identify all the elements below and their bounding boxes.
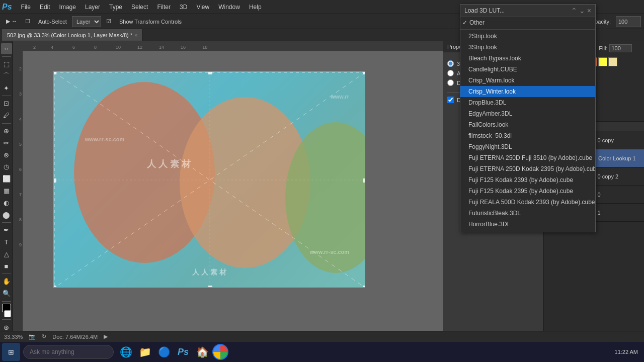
menu-help[interactable]: Help <box>245 2 266 12</box>
tool-divider-2 <box>2 96 11 96</box>
play-btn[interactable]: ▶ <box>104 333 108 340</box>
dropdown-item-fuji4[interactable]: Fuji F125 Kodak 2395 (by Adobe).cube <box>460 186 595 197</box>
shape-tool[interactable]: ■ <box>1 260 12 272</box>
dropdown-item-fuji5[interactable]: Fuji REALA 500D Kodak 2393 (by Adobe).cu… <box>460 197 595 208</box>
menu-edit[interactable]: Edit <box>36 2 54 12</box>
eraser-tool[interactable]: ⬜ <box>1 173 12 185</box>
taskbar-search[interactable] <box>23 345 114 359</box>
history-tool[interactable]: ◷ <box>1 161 12 172</box>
radio-abstract-input[interactable] <box>447 70 454 76</box>
pen-tool[interactable]: ✒ <box>1 225 12 236</box>
menu-image[interactable]: Image <box>55 2 80 12</box>
menu-type[interactable]: Type <box>105 2 126 12</box>
crop-tool[interactable]: ⊡ <box>1 98 12 109</box>
transform-checkbox[interactable]: ☑ <box>103 17 114 26</box>
document-tab-close[interactable]: × <box>134 32 137 38</box>
dropdown-item-futuristicbleak[interactable]: FuturisticBleak.3DL <box>460 208 595 219</box>
background-color[interactable] <box>4 310 11 317</box>
zoom-level: 33.33% <box>4 334 23 340</box>
svg-rect-10 <box>363 72 365 74</box>
dropdown-item-crispwinter[interactable]: Crisp_Winter.look <box>460 86 595 97</box>
dropdown-item-foggynight[interactable]: FoggyNight.3DL <box>460 141 595 152</box>
wand-tool[interactable]: ✦ <box>1 82 12 94</box>
dropdown-item-fuji1[interactable]: Fuji ETERNA 250D Fuji 3510 (by Adobe).cu… <box>460 152 595 163</box>
dropdown-item-kodak1[interactable]: Kodak 5205 Fuji 3510 (by Adobe).cube <box>460 230 595 232</box>
auto-select-checkbox[interactable]: ☐ <box>22 17 33 26</box>
svg-rect-16 <box>363 178 365 183</box>
layer-select[interactable]: Layer <box>72 16 101 27</box>
menu-3d[interactable]: 3D <box>176 2 191 12</box>
document-tab[interactable]: 502.jpg @ 33.3% (Color Lookup 1, Layer M… <box>2 29 143 41</box>
tool-divider-3 <box>2 123 11 124</box>
start-button[interactable]: ⊞ <box>2 343 20 361</box>
toolbox: ↔ ⬚ ⌒ ✦ ⊡ 🖊 ⊕ ✏ ⊗ ◷ ⬜ ▦ ◐ ⬤ ✒ T △ ■ ✋ 🔍 … <box>0 41 13 347</box>
tool-divider-6 <box>2 301 11 302</box>
lasso-tool[interactable]: ⌒ <box>1 71 12 82</box>
dropdown-item-edgyamber[interactable]: EdgyAmber.3DL <box>460 108 595 119</box>
expand-icon[interactable]: ⌄ <box>579 7 585 15</box>
collapse-icon[interactable]: ⌃ <box>571 7 577 15</box>
path-tool[interactable]: △ <box>1 248 12 259</box>
vertical-ruler: 2 3 4 5 6 7 8 9 <box>13 51 23 347</box>
watermark-url-br: www.rr-sc.com <box>310 249 349 255</box>
healing-tool[interactable]: ⊕ <box>1 126 12 137</box>
dropdown-item-fuji2[interactable]: Fuji ETERNA 250D Kodak 2395 (by Adobe).c… <box>460 163 595 174</box>
eyedropper-tool[interactable]: 🖊 <box>1 110 12 121</box>
hand-tool[interactable]: ✋ <box>1 276 12 287</box>
menu-view[interactable]: View <box>192 2 213 12</box>
gradient-tool[interactable]: ▦ <box>1 186 12 197</box>
dropdown-item-2strip[interactable]: 2Strip.look <box>460 31 595 42</box>
taskbar-app-store[interactable]: 🔵 <box>155 343 173 361</box>
svg-rect-9 <box>54 72 56 74</box>
move-tool[interactable]: ↔ <box>1 43 12 54</box>
menu-filter[interactable]: Filter <box>153 2 175 12</box>
document-tab-label: 502.jpg @ 33.3% (Color Lookup 1, Layer M… <box>7 32 132 38</box>
dodge-tool[interactable]: ⬤ <box>1 209 12 220</box>
dropdown-item-fuji3[interactable]: Fuji F125 Kodak 2393 (by Adobe).cube <box>460 174 595 186</box>
status-icon-1: 📷 <box>29 333 36 340</box>
taskbar-app-ps[interactable]: Ps <box>174 343 192 361</box>
move-tool-btn[interactable]: ▶ ↔ <box>3 17 20 26</box>
color-swatch-4[interactable] <box>608 57 617 66</box>
dropdown-item-filmstock[interactable]: filmstock_50.3dl <box>460 130 595 141</box>
lut-dropdown[interactable]: Load 3D LUT... ⌃ ⌄ × Other 2Strip.look 3… <box>460 4 596 232</box>
dropdown-item-fallcolors[interactable]: FallColors.look <box>460 119 595 130</box>
taskbar-app-chrome[interactable] <box>212 344 228 360</box>
close-icon[interactable]: × <box>587 7 591 15</box>
opacity-input[interactable] <box>616 16 641 27</box>
dropdown-header-icons: ⌃ ⌄ × <box>571 7 591 15</box>
taskbar-app-edge[interactable]: 🌐 <box>117 343 135 361</box>
dropdown-other[interactable]: Other <box>460 17 595 28</box>
taskbar: ⊞ 🌐 📁 🔵 Ps 🏠 11:22 AM <box>0 342 644 362</box>
menu-layer[interactable]: Layer <box>81 2 104 12</box>
status-bar: 33.33% 📷 ↻ Doc: 7.64M/26.4M ▶ <box>0 331 644 342</box>
blur-tool[interactable]: ◐ <box>1 197 12 208</box>
dropdown-item-candlelight[interactable]: Candlelight.CUBE <box>460 64 595 75</box>
auto-select-label: Auto-Select <box>35 18 70 26</box>
tool-divider-1 <box>2 56 11 57</box>
dropdown-item-dropblue[interactable]: DropBlue.3DL <box>460 97 595 108</box>
dropdown-item-crispwarm[interactable]: Crisp_Warm.look <box>460 75 595 86</box>
dither-checkbox[interactable] <box>447 97 454 103</box>
menu-window[interactable]: Window <box>214 2 244 12</box>
text-tool[interactable]: T <box>1 237 12 248</box>
dropdown-item-bleach[interactable]: Bleach Bypass.look <box>460 53 595 64</box>
taskbar-app-explorer[interactable]: 📁 <box>136 343 154 361</box>
marquee-tool[interactable]: ⬚ <box>1 59 12 70</box>
watermark-chinese-center: 人 人 素 材 <box>147 158 191 170</box>
color-swatch-yellow[interactable] <box>598 57 607 66</box>
dropdown-scroll[interactable]: 2Strip.look 3Strip.look Bleach Bypass.lo… <box>460 31 595 232</box>
dropdown-item-horrorblue[interactable]: HorrorBlue.3DL <box>460 219 595 230</box>
menu-file[interactable]: File <box>17 2 35 12</box>
svg-rect-15 <box>54 178 56 183</box>
dropdown-header-label: Load 3D LUT... <box>464 7 505 14</box>
zoom-tool[interactable]: 🔍 <box>1 288 12 299</box>
menu-select[interactable]: Select <box>127 2 152 12</box>
radio-devicelink-input[interactable] <box>447 79 454 86</box>
radio-3dlut-input[interactable] <box>447 60 454 67</box>
fill-field[interactable] <box>609 44 632 52</box>
brush-tool[interactable]: ✏ <box>1 137 12 148</box>
dropdown-item-3strip[interactable]: 3Strip.look <box>460 42 595 53</box>
taskbar-app-video[interactable]: 🏠 <box>193 343 211 361</box>
clone-tool[interactable]: ⊗ <box>1 149 12 160</box>
